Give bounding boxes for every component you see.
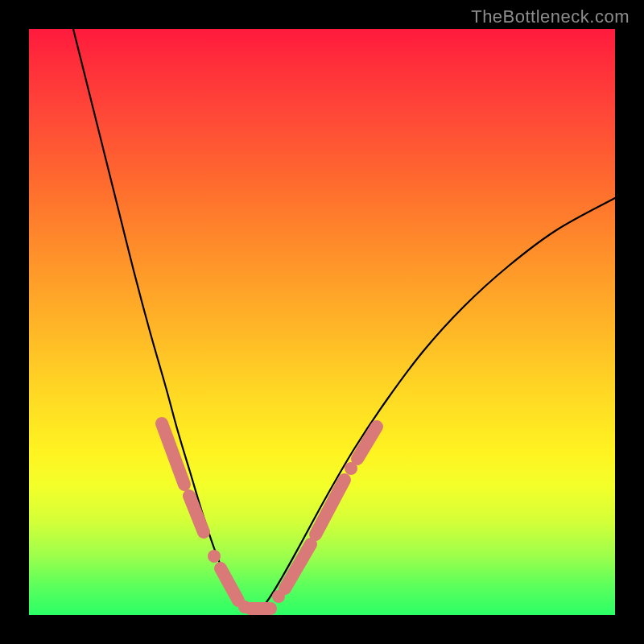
chart-stage: TheBottleneck.com xyxy=(0,0,644,644)
marker-dot xyxy=(208,550,221,563)
chart-svg xyxy=(29,29,615,615)
marker-capsule xyxy=(189,496,204,532)
marker-capsule xyxy=(221,568,238,601)
marker-capsule xyxy=(162,423,184,485)
curve-markers xyxy=(162,423,377,613)
curve-left-arm xyxy=(73,29,253,615)
marker-capsule xyxy=(357,427,377,459)
v-curve xyxy=(73,29,615,615)
watermark-label: TheBottleneck.com xyxy=(471,6,630,27)
